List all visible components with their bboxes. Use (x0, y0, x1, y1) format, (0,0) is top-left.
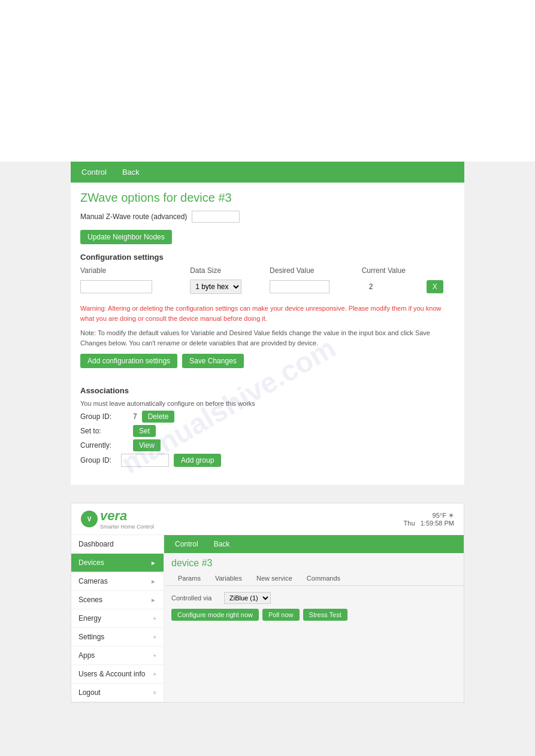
vera-sidebar: Dashboard Devices ► Cameras ► Scenes ► E… (71, 535, 164, 702)
tab-new-service[interactable]: New service (250, 571, 299, 585)
currently-row: Currently: View (80, 439, 455, 451)
warning-text: Warning: Altering or deleting the config… (80, 303, 455, 323)
sidebar-item-dashboard-label: Dashboard (78, 540, 114, 548)
update-neighbor-nodes-button[interactable]: Update Neighbor Nodes (80, 230, 172, 244)
chevron-right-icon: ► (150, 597, 156, 603)
manual-route-input[interactable]: false (192, 211, 240, 223)
vera-button-row: Configure mode right now Poll now Stress… (171, 609, 457, 621)
vera-content: Controlled via ZiBlue (1) Configure mode… (164, 586, 464, 627)
group-id-label: Group ID: (80, 412, 128, 421)
main-panel: Control Back ZWave options for device #3… (71, 162, 464, 485)
sidebar-item-dashboard[interactable]: Dashboard (71, 535, 164, 554)
sidebar-item-devices-label: Devices (78, 558, 104, 567)
sidebar-item-settings-label: Settings (78, 633, 104, 641)
plus-icon: + (153, 671, 156, 678)
set-to-row: Set to: Set (80, 425, 455, 437)
vera-weather: 95°F ☀ Thu 1:59:58 PM (404, 512, 454, 527)
configure-now-button[interactable]: Configure mode right now (171, 609, 259, 621)
associations-title: Associations (80, 386, 455, 395)
back-button[interactable]: Back (117, 165, 144, 179)
currently-label: Currently: (80, 441, 128, 450)
add-group-id-input[interactable] (121, 454, 169, 467)
sidebar-item-cameras-label: Cameras (78, 577, 108, 585)
top-nav-bar: Control Back (71, 162, 464, 183)
sidebar-item-users[interactable]: Users & Account info + (71, 665, 164, 684)
weather-time: 1:59:58 PM (421, 520, 454, 527)
vera-nav-bar: Control Back (164, 535, 464, 553)
associations-section: Associations You must leave automaticall… (80, 386, 455, 467)
note-text: Note: To modify the default values for V… (80, 328, 455, 348)
x-button[interactable]: X (427, 280, 443, 293)
plus-icon: + (153, 634, 156, 640)
vera-logo: V vera Smarter Home Control (81, 508, 154, 530)
stress-test-button[interactable]: Stress Test (303, 609, 347, 621)
plus-icon: + (153, 652, 156, 659)
data-size-select[interactable]: 1 byte hex 2 byte hex 4 byte hex (190, 280, 241, 294)
desired-value-input[interactable]: 2 (270, 280, 330, 293)
vera-main: Control Back device #3 Params Variables … (164, 535, 464, 702)
manual-route-label: Manual Z-Wave route (advanced) (80, 212, 187, 221)
add-group-row: Group ID: Add group (80, 454, 455, 467)
sidebar-item-users-label: Users & Account info (78, 670, 145, 678)
delete-button[interactable]: Delete (142, 411, 175, 423)
col-variable: Variable (80, 266, 190, 277)
sidebar-item-scenes-label: Scenes (78, 596, 102, 604)
sidebar-item-apps[interactable]: Apps + (71, 646, 164, 665)
set-to-label: Set to: (80, 427, 128, 435)
vera-logo-sub: Smarter Home Control (100, 524, 154, 530)
vera-device-title: device #3 (164, 553, 464, 571)
poll-now-button[interactable]: Poll now (262, 609, 300, 621)
weather-day: Thu (404, 520, 415, 527)
control-button[interactable]: Control (77, 165, 111, 179)
col-data-size: Data Size (190, 266, 270, 277)
sidebar-item-energy[interactable]: Energy + (71, 609, 164, 628)
chevron-right-icon: ► (150, 560, 156, 566)
sidebar-item-energy-label: Energy (78, 614, 101, 623)
sidebar-item-settings[interactable]: Settings + (71, 628, 164, 646)
tab-params[interactable]: Params (171, 571, 207, 585)
vera-logo-text: vera (100, 508, 154, 524)
save-changes-button[interactable]: Save Changes (182, 354, 244, 368)
col-action (427, 266, 455, 277)
controlled-via-label: Controlled via (171, 594, 219, 602)
sidebar-item-cameras[interactable]: Cameras ► (71, 572, 164, 591)
view-button[interactable]: View (133, 439, 161, 451)
add-group-button[interactable]: Add group (174, 454, 221, 467)
weather-icon: ☀ (448, 512, 454, 519)
vera-logo-graphic: V vera Smarter Home Control (81, 508, 154, 530)
page-content: ZWave options for device #3 Manual Z-Wav… (71, 183, 464, 485)
top-white-area (0, 0, 535, 162)
tab-variables[interactable]: Variables (208, 571, 249, 585)
config-table: Variable Data Size Desired Value Current… (80, 266, 455, 296)
vera-layout: Dashboard Devices ► Cameras ► Scenes ► E… (71, 535, 464, 702)
set-button[interactable]: Set (133, 425, 156, 437)
sidebar-item-devices[interactable]: Devices ► (71, 554, 164, 572)
vera-back-button[interactable]: Back (209, 538, 235, 550)
sidebar-item-apps-label: Apps (78, 651, 95, 660)
page-title: ZWave options for device #3 (80, 191, 455, 205)
associations-note: You must leave automatically configure o… (80, 400, 455, 407)
tab-commands[interactable]: Commands (300, 571, 347, 585)
vera-header: V vera Smarter Home Control 95°F ☀ Thu 1… (71, 503, 464, 535)
current-value-cell: 2 (362, 277, 427, 296)
config-section-title: Configuration settings (80, 253, 455, 262)
vera-control-button[interactable]: Control (170, 538, 203, 550)
variable-input[interactable]: 3 (80, 280, 152, 293)
sidebar-item-logout-label: Logout (78, 688, 101, 697)
sidebar-item-scenes[interactable]: Scenes ► (71, 591, 164, 609)
config-row: 3 1 byte hex 2 byte hex 4 byte hex 2 2 X (80, 277, 455, 296)
sidebar-item-logout[interactable]: Logout × (71, 684, 164, 702)
group-id-row: Group ID: 7 Delete (80, 411, 455, 423)
vera-ui-section: V vera Smarter Home Control 95°F ☀ Thu 1… (71, 503, 464, 703)
plus-icon: + (153, 615, 156, 622)
manual-route-row: Manual Z-Wave route (advanced) false (80, 211, 455, 223)
config-button-row: Add configuration settings Save Changes (80, 354, 455, 377)
controlled-via-select[interactable]: ZiBlue (1) (224, 592, 271, 604)
add-group-id-label: Group ID: (80, 456, 116, 464)
col-desired-value: Desired Value (270, 266, 362, 277)
add-config-settings-button[interactable]: Add configuration settings (80, 354, 177, 368)
controlled-via-row: Controlled via ZiBlue (1) (171, 592, 457, 604)
col-current-value: Current Value (362, 266, 427, 277)
x-icon: × (153, 690, 156, 696)
chevron-right-icon: ► (150, 578, 156, 585)
